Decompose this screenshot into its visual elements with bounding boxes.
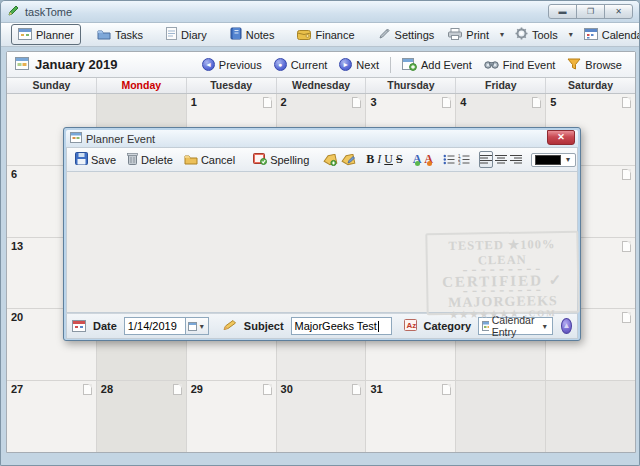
add-event-label: Add Event xyxy=(421,59,472,71)
spelling-button[interactable]: Spelling xyxy=(248,149,314,170)
trash-icon xyxy=(127,152,138,167)
calendar-icon xyxy=(584,27,598,42)
day-header-sunday: Sunday xyxy=(7,78,97,93)
dialog-close-button[interactable]: ✕ xyxy=(547,130,575,145)
tools-dropdown-arrow-icon[interactable] xyxy=(567,30,575,39)
dialog-event-icon xyxy=(70,132,82,145)
delete-label: Delete xyxy=(141,154,173,166)
maximize-button[interactable]: ❐ xyxy=(576,4,605,19)
numbered-list-button[interactable]: 123 xyxy=(457,151,471,168)
cancel-folder-icon xyxy=(184,153,198,167)
tools-label: Tools xyxy=(532,29,558,41)
svg-text:Az: Az xyxy=(406,321,416,330)
day-cell-28[interactable]: 28 xyxy=(97,381,187,452)
tools-button[interactable]: Tools xyxy=(508,24,565,45)
minimize-button[interactable]: ▬ xyxy=(548,4,577,19)
page-icon[interactable] xyxy=(83,384,92,395)
save-button[interactable]: Save xyxy=(70,149,121,170)
day-number: 31 xyxy=(370,383,382,395)
tag-edit-icon[interactable] xyxy=(340,151,357,168)
mini-calendar-icon xyxy=(188,322,197,331)
align-right-button[interactable] xyxy=(509,151,523,168)
bullet-list-button[interactable] xyxy=(442,151,456,168)
spelling-label: Spelling xyxy=(270,154,309,166)
week-row: 2728293031 xyxy=(7,381,635,452)
category-select[interactable]: Calendar Entry xyxy=(478,317,553,335)
tab-diary-label: Diary xyxy=(181,29,207,41)
expand-options-button[interactable]: ▲ xyxy=(561,318,572,334)
day-cell-empty[interactable] xyxy=(546,381,635,452)
day-cell-30[interactable]: 30 xyxy=(277,381,367,452)
tab-notes-label: Notes xyxy=(246,29,275,41)
strikethrough-button[interactable]: S xyxy=(395,151,404,168)
page-icon[interactable] xyxy=(352,97,361,108)
header-separator xyxy=(390,57,391,73)
tab-finance[interactable]: Finance xyxy=(290,24,361,45)
cancel-button[interactable]: Cancel xyxy=(179,150,240,170)
page-icon[interactable] xyxy=(352,384,361,395)
subject-input[interactable]: MajorGeeks Test xyxy=(291,317,392,335)
italic-button[interactable]: I xyxy=(376,151,382,168)
tab-finance-label: Finance xyxy=(315,29,354,41)
category-value: Calendar Entry xyxy=(492,314,538,338)
tab-planner[interactable]: Planner xyxy=(11,24,81,45)
date-dropdown-arrow-icon xyxy=(198,322,206,331)
page-icon[interactable] xyxy=(442,97,451,108)
date-calendar-icon xyxy=(72,319,86,334)
add-event-button[interactable]: Add Event xyxy=(397,55,477,75)
app-window: taskTome ▬ ❐ ✕ Planner Tasks xyxy=(0,0,640,466)
day-cell-31[interactable]: 31 xyxy=(366,381,456,452)
day-number: 29 xyxy=(191,383,203,395)
calendar-view-button[interactable]: Calendar xyxy=(577,24,640,45)
print-button[interactable]: Print xyxy=(441,25,496,45)
page-icon[interactable] xyxy=(442,384,451,395)
date-input[interactable]: 1/14/2019 xyxy=(124,317,186,335)
printer-icon xyxy=(448,28,462,42)
underline-button[interactable]: U xyxy=(383,151,394,168)
next-button[interactable]: ► Next xyxy=(334,56,384,73)
dialog-titlebar: Planner Event ✕ xyxy=(66,130,578,147)
planner-event-dialog: Planner Event ✕ Save Delete Cancel xyxy=(63,127,581,341)
page-icon[interactable] xyxy=(173,384,182,395)
day-cell-27[interactable]: 27 xyxy=(7,381,97,452)
current-button[interactable]: ● Current xyxy=(269,56,333,73)
font-color-button[interactable]: A xyxy=(412,151,423,168)
tab-notes[interactable]: Notes xyxy=(223,24,282,45)
event-text-editor[interactable] xyxy=(66,172,578,313)
day-cell-empty[interactable] xyxy=(456,381,546,452)
day-header-saturday: Saturday xyxy=(546,78,635,93)
find-event-button[interactable]: Find Event xyxy=(479,56,561,74)
highlight-color-button[interactable]: A xyxy=(423,151,434,168)
day-header-thursday: Thursday xyxy=(366,78,456,93)
folder-icon xyxy=(97,28,111,42)
next-label: Next xyxy=(356,59,379,71)
day-number: 27 xyxy=(11,383,23,395)
date-picker-button[interactable] xyxy=(186,317,209,335)
page-icon[interactable] xyxy=(622,241,631,252)
tag-add-icon[interactable] xyxy=(322,151,339,168)
page-icon[interactable] xyxy=(622,312,631,323)
previous-button[interactable]: ◄ Previous xyxy=(197,56,267,73)
close-button[interactable]: ✕ xyxy=(604,4,633,19)
tab-tasks[interactable]: Tasks xyxy=(90,24,150,45)
svg-text:3: 3 xyxy=(458,161,461,165)
category-dropdown-arrow-icon xyxy=(541,322,549,331)
window-title: taskTome xyxy=(25,6,72,18)
page-icon[interactable] xyxy=(622,97,631,108)
spelling-icon xyxy=(253,152,267,167)
delete-button[interactable]: Delete xyxy=(122,149,178,170)
print-dropdown-arrow-icon[interactable] xyxy=(498,30,506,39)
add-event-icon xyxy=(402,57,417,73)
tab-settings[interactable]: Settings xyxy=(371,24,442,45)
page-icon[interactable] xyxy=(622,169,631,180)
tab-diary[interactable]: Diary xyxy=(159,24,214,45)
browse-button[interactable]: Browse xyxy=(562,56,627,74)
text-color-dropdown[interactable] xyxy=(531,153,576,167)
align-left-button[interactable] xyxy=(479,151,493,168)
page-icon[interactable] xyxy=(532,97,541,108)
day-cell-29[interactable]: 29 xyxy=(187,381,277,452)
page-icon[interactable] xyxy=(263,384,272,395)
page-icon[interactable] xyxy=(263,97,272,108)
bold-button[interactable]: B xyxy=(365,151,375,168)
align-center-button[interactable] xyxy=(494,151,508,168)
